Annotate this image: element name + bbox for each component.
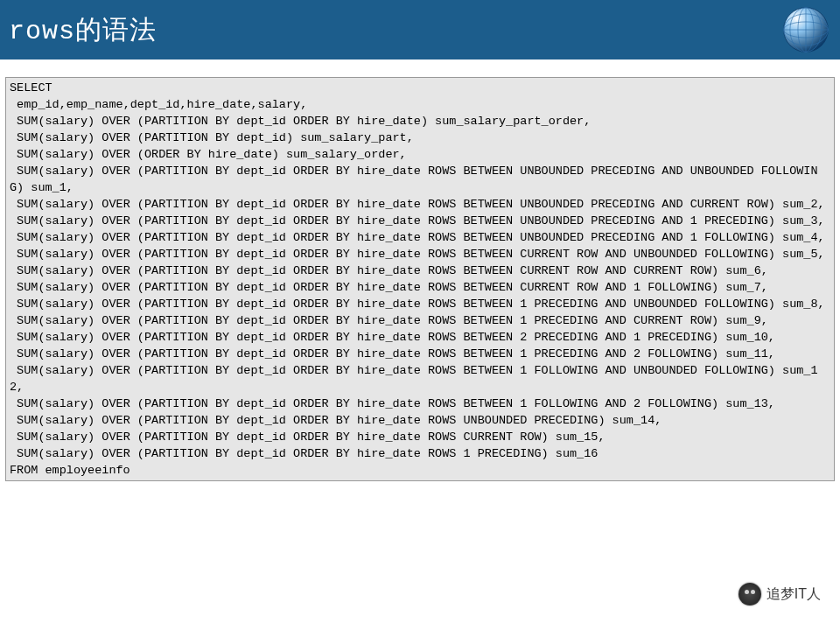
slide-title: rows的语法: [9, 12, 157, 48]
sql-code-block: SELECT emp_id,emp_name,dept_id,hire_date…: [5, 77, 835, 481]
globe-icon: [780, 4, 831, 55]
content-area: SELECT emp_id,emp_name,dept_id,hire_date…: [0, 60, 840, 481]
slide-header: rows的语法: [0, 0, 840, 60]
watermark: 追梦IT人: [738, 583, 821, 606]
watermark-text: 追梦IT人: [766, 585, 821, 604]
wechat-icon: [738, 583, 761, 606]
